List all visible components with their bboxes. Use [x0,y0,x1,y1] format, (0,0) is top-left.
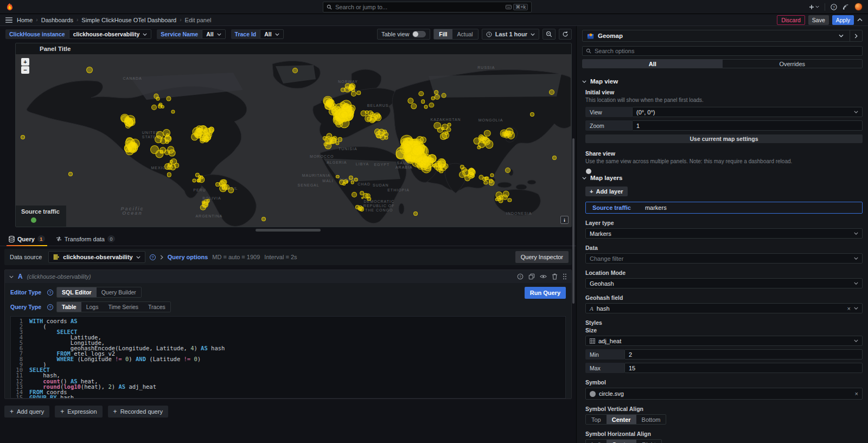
map-label: CANADA [123,76,142,81]
menu-icon[interactable] [5,17,12,23]
query-type-traces[interactable]: Traces [143,302,170,312]
symbol-select[interactable]: circle.svg × [585,388,863,400]
query-type-logs[interactable]: Logs [81,302,104,312]
layer-type-label: Layer type [585,220,863,226]
layer-row-source-traffic[interactable]: Source traffic markers [585,202,863,214]
collapse-up-icon[interactable] [857,18,863,22]
collapse-pane-icon[interactable] [854,34,858,38]
map-label: ALGERIA [327,160,347,165]
expression-button[interactable]: +Expression [55,406,102,418]
location-mode-select[interactable]: Geohash [585,278,863,288]
map-marker [499,195,503,200]
valign-center[interactable]: Center [607,415,636,424]
layer-type-select[interactable]: Markers [585,228,863,239]
map-layers-section-header[interactable]: Map layers [582,174,863,184]
halign-center[interactable]: Center [607,440,636,443]
table-view-toggle[interactable] [412,31,426,37]
plus-icon [809,4,814,10]
grafana-logo-icon[interactable] [5,3,14,11]
breadcrumb-home[interactable]: Home [17,17,33,23]
datasource-help-icon[interactable]: ? [150,254,156,260]
datasource-picker[interactable]: clickhouse-observability [48,251,145,263]
zoom-out-time-button[interactable] [542,29,556,40]
discard-button[interactable]: Discard [777,15,805,25]
drag-handle-icon[interactable] [563,273,567,280]
map-zoom-out-button[interactable]: − [21,66,29,74]
view-select[interactable]: (0°, 0°) [632,107,863,117]
query-datasource-hint: (clickhouse-observability) [27,273,91,280]
scrollbar[interactable] [572,138,575,304]
add-query-button[interactable]: +Add query [4,406,49,418]
tab-overrides[interactable]: Overrides [723,60,863,68]
query-help-icon[interactable]: ? [517,273,524,280]
help-button[interactable]: ? [831,4,837,10]
recorded-query-button[interactable]: +Recorded query [108,406,168,418]
new-menu-button[interactable] [809,4,819,10]
map-marker [331,107,336,112]
top-header: Search or jump to... ⌘+k ? [0,0,868,14]
map-label: SENEGAL [298,183,320,188]
valign-top[interactable]: Top [586,415,607,424]
news-button[interactable] [843,4,849,10]
query-card-header[interactable]: A (clickhouse-observability) ? [5,270,571,283]
apply-button[interactable]: Apply [832,15,854,25]
map-zoom-in-button[interactable]: + [21,58,29,66]
geohash-field-select[interactable]: A hash × [585,303,863,313]
editor-type-help-icon[interactable]: ? [47,290,53,296]
breadcrumb-dashboard-name[interactable]: Simple ClickHouse OTel Dashboard [81,17,176,23]
layer-name[interactable]: Source traffic [592,204,631,211]
breadcrumb-dashboards[interactable]: Dashboards [41,17,73,23]
zoom-input[interactable]: 1 [632,120,863,131]
actual-option[interactable]: Actual [452,29,478,39]
delete-query-trash-icon[interactable] [552,273,558,280]
variable-value-dropdown[interactable]: All [260,29,283,39]
search-input[interactable]: Search or jump to... ⌘+k [323,2,532,12]
size-field-select[interactable]: adj_heat [585,336,863,346]
halign-right[interactable]: Right [636,440,661,443]
valign-bottom[interactable]: Bottom [636,415,666,424]
save-button[interactable]: Save [808,15,829,25]
options-pane-header[interactable]: Geomap [582,30,863,42]
refresh-button[interactable] [559,29,572,40]
time-range-picker[interactable]: Last 1 hour [482,29,539,40]
query-options-link[interactable]: Query options [168,254,208,260]
editor-type-sql-editor[interactable]: SQL Editor [57,287,97,297]
query-type-table[interactable]: Table [57,302,81,312]
min-input[interactable]: 2 [624,349,863,359]
query-type-help-icon[interactable]: ? [47,304,53,310]
use-current-map-settings-button[interactable]: Use current map settings [585,134,863,143]
hide-response-eye-icon[interactable] [540,273,547,280]
geomap-panel[interactable]: Panel Title [15,43,572,227]
symbol-horizontal-align-label: Symbol Horizontal Align [585,431,863,437]
panel-header[interactable]: Panel Title [16,43,571,54]
max-input[interactable]: 15 [624,363,863,373]
query-inspector-button[interactable]: Query Inspector [515,251,569,263]
map-attribution-info-button[interactable]: i [560,216,569,224]
map-view-section-header[interactable]: Map view [582,77,863,88]
query-type-time-series[interactable]: Time Series [103,302,143,312]
chevron-right-icon[interactable] [160,255,163,260]
data-filter-select[interactable]: Change filter [585,253,863,264]
chevron-down-icon[interactable] [839,34,844,37]
tab-query[interactable]: Query 1 [4,233,49,246]
map-marker [86,67,93,73]
fill-option[interactable]: Fill [434,29,452,39]
sql-editor[interactable]: 1WITH coords AS2 (3 SELECT4 Latitude,5 L… [10,316,566,399]
search-options-input[interactable]: Search options [582,46,863,56]
run-query-button[interactable]: Run Query [525,287,566,299]
clear-icon[interactable]: × [855,390,858,397]
panel-resize-handle[interactable] [256,229,321,232]
variable-value-dropdown[interactable]: All [202,29,225,39]
map-canvas[interactable]: RUSSIACANADAUNITED STATESMEXICONORWAYBEL… [16,54,571,227]
tab-all[interactable]: All [583,60,723,68]
tab-transform-data[interactable]: Transform data 0 [52,233,119,246]
editor-type-query-builder[interactable]: Query Builder [97,287,141,297]
user-avatar[interactable] [854,3,863,11]
duplicate-query-icon[interactable] [528,273,535,280]
map-label: INDONESIA [506,211,532,216]
variable-value-dropdown[interactable]: clickhouse-observability [69,29,152,39]
halign-left[interactable]: Left [586,440,607,443]
map-marker [365,110,369,114]
clear-icon[interactable]: × [847,305,851,312]
add-layer-button[interactable]: + Add layer [585,187,628,196]
